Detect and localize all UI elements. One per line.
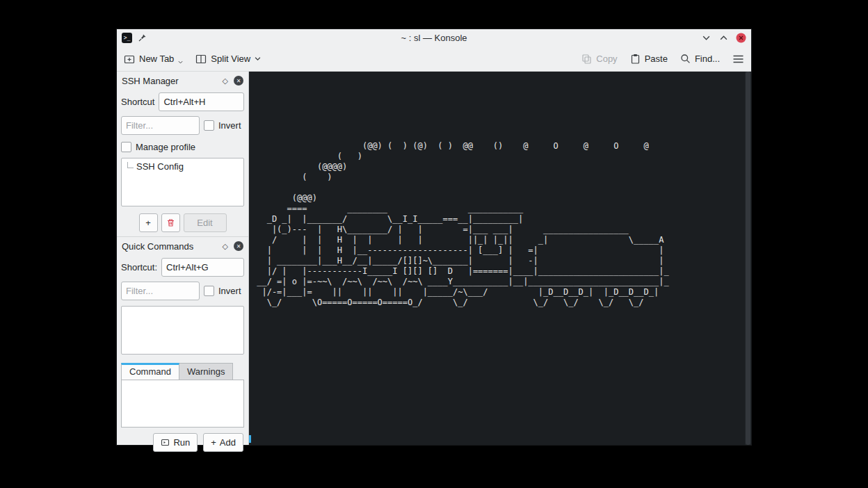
close-panel-icon[interactable]: ✕ <box>234 76 243 86</box>
new-tab-button[interactable]: New Tab <box>124 54 183 65</box>
minimize-button[interactable] <box>700 33 712 44</box>
qc-tabbar: Command Warnings <box>121 363 244 380</box>
new-tab-label: New Tab <box>139 54 174 64</box>
qc-shortcut-input[interactable] <box>161 258 244 277</box>
hamburger-icon <box>732 54 744 64</box>
paste-button[interactable]: Paste <box>630 54 668 64</box>
terminal-scrollbar[interactable] <box>745 72 751 445</box>
tree-item-ssh-config[interactable]: SSH Config <box>122 158 243 172</box>
qc-add-button[interactable]: + Add <box>203 433 243 452</box>
search-icon <box>680 54 691 64</box>
titlebar[interactable]: >_ ~ : sl — Konsole <box>117 29 751 47</box>
qc-filter-input[interactable] <box>121 282 200 300</box>
ssh-manager-header: SSH Manager ◇ ✕ <box>117 72 248 90</box>
window-content: SSH Manager ◇ ✕ Shortcut Invert <box>117 72 751 445</box>
manage-profile-checkbox[interactable] <box>121 142 131 152</box>
copy-label: Copy <box>596 54 617 64</box>
scrollbar-thumb[interactable] <box>746 72 750 445</box>
plugin-dock: SSH Manager ◇ ✕ Shortcut Invert <box>117 72 249 445</box>
tab-command[interactable]: Command <box>121 363 179 380</box>
plus-icon: + <box>211 437 216 448</box>
qc-invert-label: Invert <box>218 286 241 296</box>
trash-icon <box>166 218 175 227</box>
ssh-manager-title: SSH Manager <box>122 76 223 86</box>
chevron-down-icon <box>255 56 261 62</box>
qc-run-label: Run <box>173 437 190 448</box>
quick-commands-panel: Quick Commands ◇ ✕ Shortcut: Invert <box>117 236 248 456</box>
quick-commands-header: Quick Commands ◇ ✕ <box>117 237 248 255</box>
pin-icon[interactable] <box>136 33 147 44</box>
find-label: Find... <box>695 54 720 64</box>
toolbar: New Tab Split View <box>117 47 751 72</box>
split-view-label: Split View <box>211 54 250 64</box>
qc-command-editor[interactable] <box>121 380 244 428</box>
split-view-icon <box>195 54 207 65</box>
new-tab-icon <box>124 54 135 65</box>
activity-indicator <box>249 435 251 443</box>
float-panel-icon[interactable]: ◇ <box>223 242 228 251</box>
manage-profile-label: Manage profile <box>136 142 195 152</box>
qc-command-list[interactable] <box>121 306 244 355</box>
ssh-shortcut-input[interactable] <box>159 92 244 111</box>
find-button[interactable]: Find... <box>680 54 720 64</box>
new-tab-dropdown-icon <box>178 60 183 65</box>
ssh-filter-input[interactable] <box>121 116 200 135</box>
float-panel-icon[interactable]: ◇ <box>223 76 228 86</box>
ssh-shortcut-label: Shortcut <box>121 97 154 107</box>
qc-invert-checkbox[interactable] <box>204 286 214 296</box>
tree-item-label: SSH Config <box>136 161 184 172</box>
split-view-button[interactable]: Split View <box>195 54 261 65</box>
run-icon <box>161 438 170 447</box>
ssh-invert-checkbox[interactable] <box>204 120 214 131</box>
hamburger-menu-button[interactable] <box>732 54 744 64</box>
ssh-add-button[interactable]: + <box>139 213 158 232</box>
tab-warnings[interactable]: Warnings <box>179 363 233 380</box>
ssh-invert-label: Invert <box>218 120 241 131</box>
ssh-config-tree[interactable]: SSH Config <box>121 158 244 206</box>
konsole-window: >_ ~ : sl — Konsole <box>117 29 751 445</box>
konsole-app-icon[interactable]: >_ <box>122 33 132 43</box>
qc-add-label: Add <box>220 437 236 448</box>
tree-branch-icon <box>127 162 134 168</box>
maximize-button[interactable] <box>718 33 729 44</box>
paste-icon <box>630 54 641 64</box>
window-title: ~ : sl — Konsole <box>401 33 467 43</box>
close-panel-icon[interactable]: ✕ <box>234 241 243 251</box>
desktop-background: >_ ~ : sl — Konsole <box>0 0 868 488</box>
qc-shortcut-label: Shortcut: <box>121 262 157 273</box>
close-button[interactable] <box>735 33 746 44</box>
quick-commands-title: Quick Commands <box>122 241 223 252</box>
copy-icon <box>581 54 592 64</box>
terminal-display[interactable]: (@@) ( ) (@) ( ) @@ () @ O @ O @ ( ) (@@… <box>249 72 751 445</box>
ssh-manager-panel: SSH Manager ◇ ✕ Shortcut Invert <box>117 72 248 236</box>
ssh-delete-button[interactable] <box>161 213 180 232</box>
qc-run-button[interactable]: Run <box>153 433 198 452</box>
ssh-edit-button[interactable]: Edit <box>184 213 227 232</box>
paste-label: Paste <box>645 54 668 64</box>
copy-button[interactable]: Copy <box>581 54 617 64</box>
terminal-ascii-art: (@@) ( ) (@) ( ) @@ () @ O @ O @ ( ) (@@… <box>249 72 669 308</box>
